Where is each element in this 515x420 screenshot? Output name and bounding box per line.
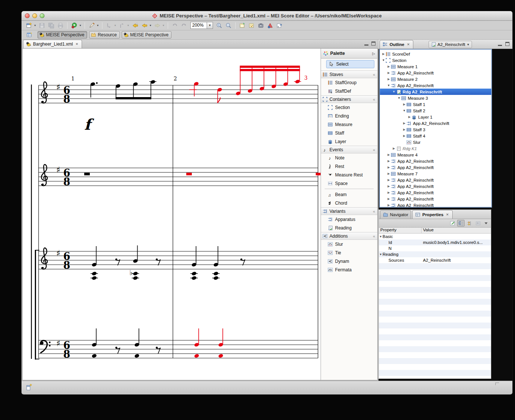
outline-minimize-button[interactable]	[498, 42, 502, 46]
zoom-level-combo[interactable]: 200% ▼	[190, 22, 213, 29]
mark-occurrences-caret[interactable]: ▼	[96, 22, 100, 30]
property-column-header[interactable]: Property	[379, 228, 421, 233]
zoom-level-value[interactable]: 200%	[190, 22, 207, 29]
outline-node-app-a2-reinschrift[interactable]: ▶App A2_Reinschrift	[380, 177, 491, 183]
open-perspective-button[interactable]	[24, 31, 34, 39]
palette-item-section[interactable]: Section	[321, 103, 377, 112]
outline-node-staff-2[interactable]: ▼Staff 2	[380, 108, 491, 114]
palette-flyout-arrow-icon[interactable]: ▷	[372, 52, 375, 56]
outline-node-staff-3[interactable]: ▶Staff 3	[380, 126, 491, 133]
palette-item-chord[interactable]: Chord	[321, 199, 377, 207]
tree-expander-icon[interactable]: ▼	[387, 84, 391, 87]
eighth-rest[interactable]	[115, 258, 120, 265]
palette-item-beam[interactable]: ♫Beam	[321, 190, 377, 199]
outline-node-layer-1[interactable]: ▶Layer 1	[380, 114, 491, 120]
prev-annotation-button[interactable]	[118, 22, 127, 30]
perspective-button-resource[interactable]: Resource	[89, 31, 119, 39]
palette-item-reading[interactable]: Reading	[321, 224, 377, 232]
palette-item-tie[interactable]: Tie	[321, 248, 377, 257]
palette-item-staff[interactable]: Staff	[321, 129, 377, 137]
properties-tab-close-icon[interactable]: ✕	[445, 212, 450, 217]
tree-expander-icon[interactable]: ▼	[392, 90, 396, 93]
print-button[interactable]	[56, 22, 65, 30]
source-filter-dropdown[interactable]: A2_Reinschrift ▼	[429, 41, 472, 48]
snapshot-button[interactable]	[256, 22, 265, 30]
tree-expander-icon[interactable]: ▶	[387, 159, 391, 163]
beam-group[interactable]	[115, 80, 157, 99]
outline-node-measure-1[interactable]: ▶Measure 1	[380, 63, 491, 70]
tree-expander-icon[interactable]: ▶	[381, 52, 386, 56]
tree-expander-icon[interactable]: ▶	[387, 166, 391, 169]
palette-item-slur[interactable]: Slur	[321, 240, 377, 248]
palette-item-note[interactable]: ♪Note	[321, 153, 377, 162]
outline-tab[interactable]: Outline ✕	[380, 40, 413, 49]
save-all-button[interactable]	[47, 22, 56, 30]
tree-expander-icon[interactable]: ▶	[387, 197, 391, 201]
palette-group-containers[interactable]: Containers«	[321, 95, 377, 103]
editor-maximize-button[interactable]	[371, 42, 375, 46]
title-bar[interactable]: MEISE Perspective – Test/Bargheer_Lied1.…	[22, 11, 512, 21]
palette-pin-icon[interactable]: «	[373, 209, 375, 214]
palette-pin-icon[interactable]: «	[373, 148, 375, 152]
tree-expander-icon[interactable]: ▶	[387, 185, 391, 188]
outline-node-app-a2-reinschrift[interactable]: ▶App A2_Reinschrift	[380, 202, 491, 208]
palette-item-layer[interactable]: Layer	[321, 137, 377, 146]
tree-expander-icon[interactable]: ▶	[387, 204, 391, 207]
eighth-rest[interactable]	[240, 258, 245, 265]
palette-pin-icon[interactable]: «	[373, 97, 375, 102]
palette-pin-icon[interactable]: «	[373, 72, 375, 77]
new-wizard-menu-caret[interactable]: ▼	[34, 22, 37, 30]
outline-node-app-a2-reinschrift[interactable]: ▶App A2_Reinschrift	[380, 70, 491, 76]
palette-group-variants[interactable]: Variants«	[321, 207, 377, 215]
tree-expander-icon[interactable]: ▶	[387, 178, 391, 182]
tree-expander-icon[interactable]: ▶	[402, 103, 406, 106]
tree-expander-icon[interactable]: ▶	[402, 134, 406, 138]
tree-expander-icon[interactable]: ▶	[387, 77, 391, 81]
palette-item-rest[interactable]: Rest	[321, 162, 377, 171]
editor-tab-bargheer-lied1[interactable]: Bargheer_Lied1.xml ✕	[23, 40, 82, 48]
variant-note[interactable]	[217, 87, 223, 103]
tree-expander-icon[interactable]: ▼	[397, 96, 401, 100]
palette-item-measure-rest[interactable]: Measure Rest	[321, 171, 377, 179]
tree-expander-icon[interactable]: ▶	[392, 147, 396, 150]
property-row-sources[interactable]: SourcesA2_Reinschrift	[379, 257, 491, 263]
mark-occurrences-button[interactable]	[87, 22, 96, 30]
run-button[interactable]	[70, 22, 79, 30]
new-wizard-button[interactable]	[24, 22, 33, 30]
palette-item-space[interactable]: Space	[321, 179, 377, 188]
back-menu-caret[interactable]: ▼	[149, 22, 152, 30]
outline-node-measure-7[interactable]: ▶Measure 7	[380, 171, 491, 177]
property-value[interactable]: music0.body1.mdiv1.score0.s...	[421, 240, 491, 245]
outline-node-staff-4[interactable]: ▶Staff 4	[380, 133, 491, 139]
outline-node-scoredef[interactable]: ▶ScoreDef	[380, 51, 491, 57]
measure-rest[interactable]	[84, 173, 90, 175]
palette-pin-icon[interactable]: «	[373, 234, 375, 238]
editor-tab-close-icon[interactable]: ✕	[75, 42, 79, 46]
eighth-rest[interactable]	[115, 347, 120, 354]
score-canvas[interactable]: ♯68♯68♯68♭♯68123f	[23, 49, 321, 380]
category-expander-icon[interactable]: ▼	[379, 253, 383, 256]
new-editor-window-button[interactable]	[238, 22, 247, 30]
palette-group-staves[interactable]: Staves«	[321, 70, 377, 78]
palette-item-apparatus[interactable]: Apparatus	[321, 215, 377, 224]
link-editor-button[interactable]	[275, 22, 284, 30]
eighth-rest[interactable]	[156, 258, 161, 265]
property-row-id[interactable]: Idmusic0.body1.mdiv1.score0.s...	[379, 239, 491, 245]
palette-item-staffgroup[interactable]: StaffGroup	[321, 78, 377, 87]
perspective-button-meise-perspective[interactable]: MEISE Perspective	[37, 31, 87, 39]
property-row-basic[interactable]: ▼Basic	[379, 234, 491, 239]
outline-node-staff-1[interactable]: ▶Staff 1	[380, 101, 491, 108]
fast-view-button[interactable]	[26, 383, 33, 392]
outline-node-measure-2[interactable]: ▶Measure 2	[380, 76, 491, 82]
outline-node-measure-4[interactable]: ▶Measure 4	[380, 152, 491, 158]
perspective-button-meise-perspective[interactable]: MEISE Perspective	[122, 31, 171, 39]
outline-tab-close-icon[interactable]: ✕	[406, 42, 411, 47]
palette-group-events[interactable]: ♪Events«	[321, 146, 377, 153]
outline-node-app-a2-reinschrift[interactable]: ▶App A2_Reinschrift	[380, 196, 491, 202]
eighth-rest[interactable]	[156, 347, 161, 354]
zoom-level-dropdown[interactable]: ▼	[207, 22, 213, 29]
open-editor-button[interactable]	[247, 22, 256, 30]
palette-header[interactable]: Palette ▷	[321, 49, 377, 59]
validate-button[interactable]	[266, 22, 275, 30]
property-row-n[interactable]: N	[379, 245, 491, 251]
